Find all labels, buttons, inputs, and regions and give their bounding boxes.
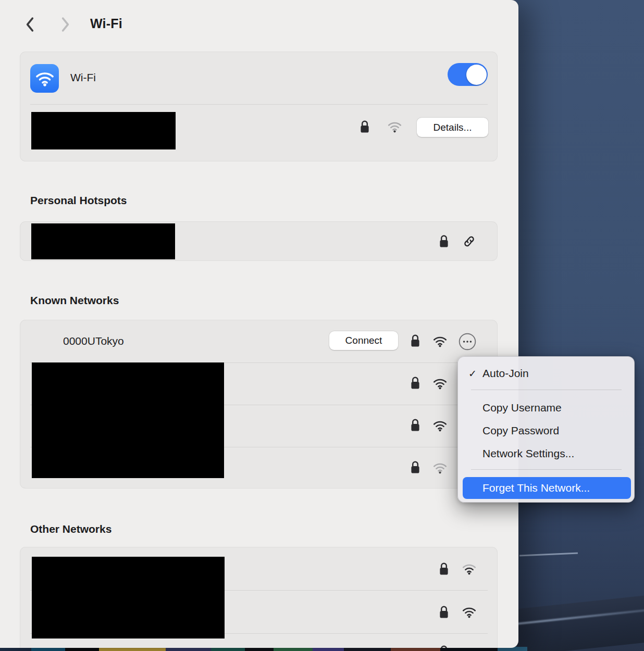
menu-item-network-settings[interactable]: Network Settings... (482, 447, 574, 460)
menu-item-copy-password[interactable]: Copy Password (482, 424, 559, 437)
network-context-menu: ✓ Auto-Join Copy Username Copy Password … (457, 356, 635, 503)
wifi-icon (433, 420, 447, 434)
ellipsis-circle-icon (459, 333, 476, 350)
other-network-row[interactable] (20, 591, 497, 634)
connect-button[interactable]: Connect (329, 331, 398, 350)
known-network-row[interactable] (20, 447, 497, 489)
more-options-button[interactable] (459, 333, 476, 353)
wifi-icon (462, 563, 476, 577)
menu-divider (471, 469, 622, 470)
personal-hotspots-heading: Personal Hotspots (30, 194, 127, 207)
chevron-right-icon (60, 17, 70, 32)
other-network-row[interactable] (20, 634, 497, 648)
lock-icon (438, 562, 450, 578)
wifi-toggle-switch[interactable] (448, 63, 488, 86)
redacted-network-name (31, 112, 176, 149)
wifi-icon (388, 121, 402, 135)
forward-button[interactable] (57, 15, 73, 34)
known-networks-card: 0000UTokyo Connect (20, 320, 498, 489)
wifi-toggle-label: Wi-Fi (70, 71, 96, 84)
menu-item-auto-join[interactable]: Auto-Join (482, 367, 529, 380)
menu-item-forget-this-network[interactable]: Forget This Network... (463, 477, 631, 499)
lock-icon (410, 418, 421, 434)
hotspot-row[interactable] (20, 222, 497, 260)
menu-divider (471, 390, 622, 390)
other-networks-heading: Other Networks (30, 523, 112, 535)
known-network-row[interactable] (20, 362, 497, 405)
redacted-hotspot-name (31, 223, 175, 259)
wifi-icon (462, 606, 476, 620)
toggle-knob (466, 65, 487, 85)
wifi-icon (433, 462, 447, 476)
menu-item-copy-username[interactable]: Copy Username (482, 402, 562, 414)
lock-icon (359, 120, 370, 136)
other-network-row[interactable] (20, 547, 497, 591)
wifi-app-icon (30, 64, 59, 93)
known-network-row-0000utokyo[interactable]: 0000UTokyo Connect (20, 320, 497, 362)
known-network-row[interactable] (20, 405, 497, 447)
network-name: 0000UTokyo (63, 335, 124, 347)
lock-icon (438, 234, 450, 251)
back-button[interactable] (21, 15, 38, 34)
system-settings-window: Wi-Fi Wi-Fi Details... Personal Hotspots (0, 0, 518, 648)
lock-icon (410, 334, 421, 350)
lock-icon (438, 645, 450, 648)
lock-icon (410, 376, 421, 392)
details-button[interactable]: Details... (417, 118, 488, 137)
known-networks-heading: Known Networks (30, 294, 119, 307)
wifi-card: Wi-Fi Details... (20, 52, 498, 161)
wifi-icon (35, 70, 54, 87)
wifi-icon (433, 335, 447, 349)
link-icon (462, 234, 476, 251)
personal-hotspots-card (20, 221, 498, 261)
other-networks-card (20, 547, 498, 648)
lock-icon (410, 460, 421, 477)
wifi-icon (433, 378, 447, 392)
connected-network-row[interactable]: Details... (20, 105, 497, 161)
chevron-left-icon (25, 17, 35, 32)
page-title: Wi-Fi (90, 16, 122, 31)
menu-item-label: Forget This Network... (482, 482, 590, 494)
checkmark-icon: ✓ (468, 368, 477, 380)
lock-icon (438, 605, 450, 621)
